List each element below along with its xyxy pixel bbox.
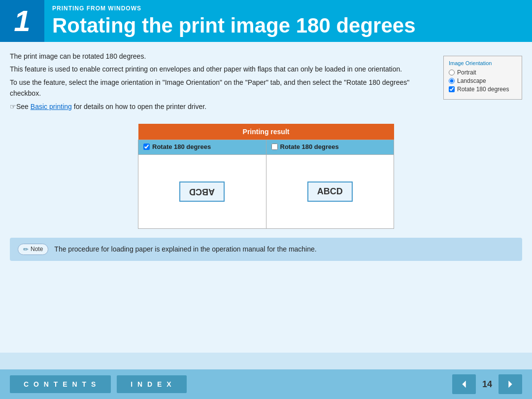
col1-checkbox-container[interactable]: Rotate 180 degrees <box>143 143 211 150</box>
svg-marker-0 <box>462 381 466 388</box>
col1-content: ABCD <box>138 154 266 228</box>
paragraph2: This feature is used to enable correct p… <box>10 64 433 74</box>
description-area: The print image can be rotated 180 degre… <box>10 51 522 114</box>
note-badge: ✏ Note <box>18 244 48 255</box>
basic-printing-link[interactable]: Basic printing <box>31 103 72 110</box>
col1-label: Rotate 180 degrees <box>152 143 211 150</box>
header-text-block: PRINTING FROM WINDOWS Rotating the print… <box>44 0 416 42</box>
note-badge-label: Note <box>31 246 43 253</box>
rotate180-label: Rotate 180 degrees <box>457 86 509 93</box>
abcd-normal-box: ABCD <box>307 181 353 202</box>
col1-header: Rotate 180 degrees <box>138 140 266 154</box>
rotate180-checkbox[interactable] <box>449 86 455 92</box>
col1-checkbox[interactable] <box>143 144 150 150</box>
col2-checkbox-container[interactable]: Rotate 180 degrees <box>271 143 339 150</box>
svg-marker-1 <box>508 381 512 388</box>
landscape-label: Landscape <box>457 77 486 84</box>
col2-header: Rotate 180 degrees <box>266 140 394 154</box>
rotate180-checkbox-item[interactable]: Rotate 180 degrees <box>449 86 515 93</box>
portrait-radio-item[interactable]: Portrait <box>449 69 515 76</box>
see-ref: ☞See Basic printing for details on how t… <box>10 101 433 112</box>
prev-page-button[interactable] <box>452 374 476 394</box>
see-ref-prefix: ☞See <box>10 103 31 110</box>
image-orientation-title: Image Orientation <box>449 60 515 66</box>
footer-nav: 14 <box>452 374 522 394</box>
portrait-radio[interactable] <box>449 70 455 75</box>
next-arrow-icon <box>505 379 516 390</box>
description-text: The print image can be rotated 180 degre… <box>10 51 433 114</box>
col2-content: ABCD <box>266 154 394 228</box>
col2-checkbox[interactable] <box>271 144 278 150</box>
prev-arrow-icon <box>459 379 469 390</box>
next-page-button[interactable] <box>499 374 522 394</box>
footer: C O N T E N T S I N D E X 14 <box>0 369 532 399</box>
table-header-cell: Printing result <box>138 124 394 140</box>
landscape-radio-item[interactable]: Landscape <box>449 77 515 84</box>
contents-button[interactable]: C O N T E N T S <box>10 375 111 393</box>
header-title: Rotating the print image 180 degrees <box>52 14 416 37</box>
image-orientation-box: Image Orientation Portrait Landscape Rot… <box>443 56 522 100</box>
table-subheader-row: Rotate 180 degrees Rotate 180 degrees <box>138 140 394 154</box>
index-button[interactable]: I N D E X <box>117 375 186 393</box>
see-ref-suffix: for details on how to open the printer d… <box>72 103 206 110</box>
landscape-radio[interactable] <box>449 78 455 84</box>
chapter-number: 1 <box>0 0 44 42</box>
abcd-rotated-box: ABCD <box>179 181 225 202</box>
table-container: Printing result Rotate 180 degrees Rotat… <box>138 124 394 229</box>
page-header: 1 PRINTING FROM WINDOWS Rotating the pri… <box>0 0 532 42</box>
table-header-row: Printing result <box>138 124 394 140</box>
paragraph1: The print image can be rotated 180 degre… <box>10 51 433 62</box>
header-subtitle: PRINTING FROM WINDOWS <box>52 5 416 12</box>
col2-label: Rotate 180 degrees <box>280 143 339 150</box>
note-section: ✏ Note The procedure for loading paper i… <box>10 238 522 261</box>
table-content-row: ABCD ABCD <box>138 154 394 228</box>
paragraph3: To use the feature, select the image ori… <box>10 77 433 99</box>
page-number: 14 <box>480 379 495 390</box>
result-table: Printing result Rotate 180 degrees Rotat… <box>138 124 394 229</box>
note-text: The procedure for loading paper is expla… <box>54 245 316 253</box>
note-icon: ✏ <box>23 246 29 253</box>
portrait-label: Portrait <box>457 69 476 76</box>
main-content: The print image can be rotated 180 degre… <box>0 42 532 353</box>
